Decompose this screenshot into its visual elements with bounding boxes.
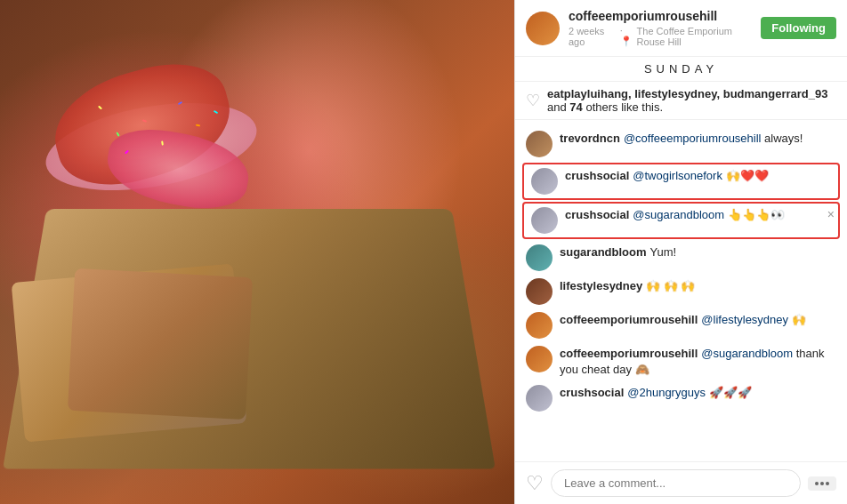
comment-avatar [526,131,553,157]
comment-mention[interactable]: @coffeeemporiumrousehill [624,132,762,145]
comment-mention[interactable]: @lifestylesydney [701,313,788,326]
comment-avatar [526,278,553,305]
likes-text: eatplayluihang, lifestylesydney, budmang… [547,87,836,114]
comment-input-bar: ♡ [515,461,847,504]
comment-avatar [531,168,558,195]
liker-names[interactable]: eatplayluihang, lifestylesydney, budmang… [547,87,827,100]
comment-avatar [526,385,553,412]
day-label: SUNDAY [515,57,847,82]
comment-username[interactable]: crushsocial [560,386,624,399]
comment-avatar [531,207,558,234]
likes-row: ♡ eatplayluihang, lifestylesydney, budma… [515,82,847,120]
comment-body: sugarandbloomYum! [560,244,836,260]
comment-avatar [526,312,553,339]
comment-item: crushsocial@twogirlsonefork 🙌❤️❤️ [522,163,840,200]
comment-item: coffeeemporiumrousehill@lifestylesydney … [515,308,847,342]
comment-username[interactable]: coffeeemporiumrousehill [560,313,698,326]
comment-item: coffeeemporiumrousehill@sugarandbloom th… [515,342,847,381]
comment-item: crushsocial@2hungryguys 🚀🚀🚀 [515,381,847,415]
comment-username[interactable]: coffeeemporiumrousehill [560,347,698,360]
header-avatar [526,12,560,45]
comment-avatar [526,244,553,271]
comment-item: sugarandbloomYum! [515,241,847,275]
comment-body: crushsocial@twogirlsonefork 🙌❤️❤️ [565,168,831,184]
comment-mention[interactable]: @sugarandbloom [701,347,793,360]
comment-body: crushsocial@2hungryguys 🚀🚀🚀 [560,385,836,401]
comment-body: coffeeemporiumrousehill@sugarandbloom th… [560,346,836,378]
comment-body: trevordncn@coffeeemporiumrousehill alway… [560,131,836,147]
time-ago: 2 weeks ago [569,26,617,47]
comment-body: crushsocial@sugarandbloom 👆👆👆👀 [565,207,831,223]
comment-username[interactable]: lifestylesydney [560,279,642,292]
right-panel: coffeeemporiumrousehill 2 weeks ago ·📍 T… [514,0,847,504]
comment-input[interactable] [551,469,801,497]
comment-item: lifestylesydney🙌 🙌 🙌 [515,275,847,308]
more-options-button[interactable] [808,476,836,491]
like-button[interactable]: ♡ [526,472,544,495]
comment-item: crushsocial@sugarandbloom 👆👆👆👀× [522,202,840,239]
comment-username[interactable]: sugarandbloom [560,245,647,259]
comment-avatar [526,346,553,372]
comment-username[interactable]: crushsocial [565,169,629,182]
location-text: The Coffee Emporium Rouse Hill [637,26,762,47]
heart-icon: ♡ [526,91,540,110]
header-meta: 2 weeks ago ·📍 The Coffee Emporium Rouse… [569,25,761,47]
post-header: coffeeemporiumrousehill 2 weeks ago ·📍 T… [515,0,847,57]
header-username[interactable]: coffeeemporiumrousehill [569,9,761,23]
comment-username[interactable]: trevordncn [560,132,620,145]
comment-item: trevordncn@coffeeemporiumrousehill alway… [515,127,847,161]
comment-mention[interactable]: @twogirlsonefork [633,169,722,182]
post-photo [0,0,514,504]
close-comment-button[interactable]: × [827,207,835,221]
header-info: coffeeemporiumrousehill 2 weeks ago ·📍 T… [569,9,761,47]
likes-count-link[interactable]: 74 [569,100,582,114]
comment-body: lifestylesydney🙌 🙌 🙌 [560,278,836,294]
comment-mention[interactable]: @sugarandbloom [633,208,724,221]
following-button[interactable]: Following [761,17,836,39]
comment-body: coffeeemporiumrousehill@lifestylesydney … [560,312,836,328]
comments-area: trevordncn@coffeeemporiumrousehill alway… [515,120,847,461]
comment-mention[interactable]: @2hungryguys [627,386,706,399]
location-pin-icon: ·📍 [620,25,633,47]
comment-username[interactable]: crushsocial [565,208,629,221]
